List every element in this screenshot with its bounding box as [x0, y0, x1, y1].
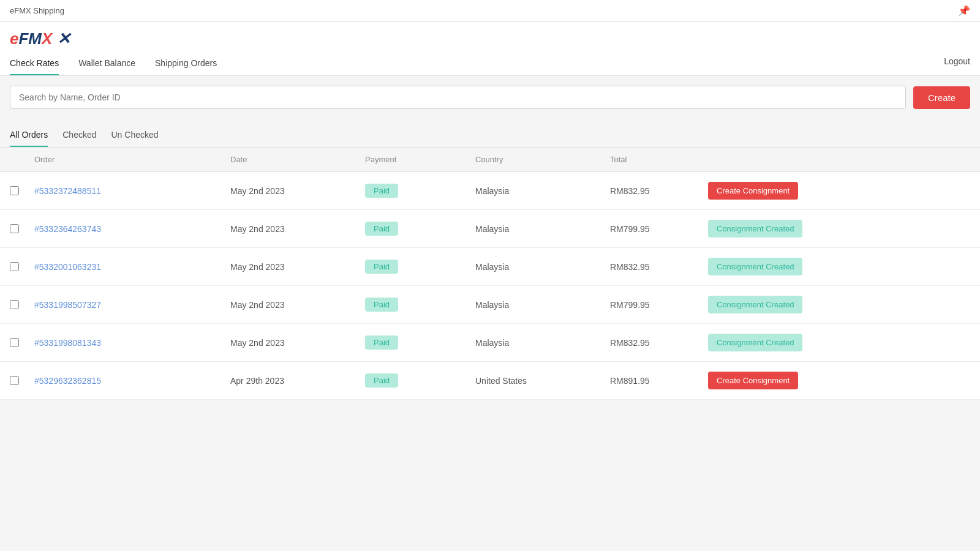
row-country: Malaysia [475, 300, 610, 310]
pin-icon: 📌 [958, 5, 970, 17]
nav-tabs: Check Rates Wallet Balance Shipping Orde… [10, 53, 970, 75]
row-total-text: RM832.95 [610, 338, 650, 348]
row-date: May 2nd 2023 [230, 338, 365, 348]
row-country-text: Malaysia [475, 262, 509, 272]
row-action: Consignment Created [708, 296, 843, 313]
row-total: RM799.95 [610, 300, 708, 310]
consignment-created-button[interactable]: Consignment Created [708, 220, 802, 238]
row-country-text: Malaysia [475, 338, 509, 348]
row-date: May 2nd 2023 [230, 224, 365, 234]
top-bar: eFMX Shipping 📌 [0, 0, 980, 22]
row-total: RM891.95 [610, 376, 708, 386]
table-row: #5331998507327 May 2nd 2023 Paid Malaysi… [0, 286, 980, 324]
tab-wallet-balance[interactable]: Wallet Balance [78, 53, 135, 75]
table-row: #5329632362815 Apr 29th 2023 Paid United… [0, 362, 980, 400]
header-action [708, 155, 843, 164]
logout-button[interactable]: Logout [944, 56, 970, 72]
row-country: Malaysia [475, 338, 610, 348]
row-checkbox-col [10, 300, 34, 309]
row-total-text: RM799.95 [610, 224, 650, 234]
row-checkbox[interactable] [10, 262, 19, 271]
row-total: RM799.95 [610, 224, 708, 234]
row-checkbox[interactable] [10, 376, 19, 385]
row-checkbox-col [10, 338, 34, 347]
row-order: #5329632362815 [34, 376, 230, 386]
header-date: Date [230, 155, 365, 164]
consignment-created-button[interactable]: Consignment Created [708, 334, 802, 351]
consignment-created-button[interactable]: Consignment Created [708, 296, 802, 313]
create-button[interactable]: Create [913, 86, 970, 109]
row-checkbox[interactable] [10, 224, 19, 233]
row-date: Apr 29th 2023 [230, 376, 365, 386]
header-total: Total [610, 155, 708, 164]
table-row: #5332001063231 May 2nd 2023 Paid Malaysi… [0, 248, 980, 286]
row-total: RM832.95 [610, 262, 708, 272]
header: eFMX ✕ Check Rates Wallet Balance Shippi… [0, 22, 980, 76]
logo-text: eFMX ✕ [10, 29, 70, 48]
row-payment: Paid [365, 260, 475, 274]
header-checkbox-col [10, 155, 34, 164]
logo: eFMX ✕ [10, 29, 970, 48]
row-date-text: May 2nd 2023 [230, 338, 285, 348]
row-order: #5332372488511 [34, 186, 230, 196]
order-link[interactable]: #5332001063231 [34, 262, 101, 272]
row-order: #5331998081343 [34, 338, 230, 348]
table-body: #5332372488511 May 2nd 2023 Paid Malaysi… [0, 172, 980, 400]
header-country: Country [475, 155, 610, 164]
filter-checked[interactable]: Checked [62, 126, 96, 147]
consignment-created-button[interactable]: Consignment Created [708, 258, 802, 276]
order-link[interactable]: #5332364263743 [34, 224, 101, 234]
orders-table: Order Date Payment Country Total #533237… [0, 148, 980, 400]
row-order: #5332364263743 [34, 224, 230, 234]
order-link[interactable]: #5331998507327 [34, 300, 101, 310]
row-checkbox-col [10, 186, 34, 195]
row-checkbox[interactable] [10, 300, 19, 309]
table-header: Order Date Payment Country Total [0, 148, 980, 172]
row-total-text: RM832.95 [610, 186, 650, 196]
create-consignment-button[interactable]: Create Consignment [708, 372, 798, 389]
search-input[interactable] [10, 86, 906, 109]
row-country-text: Malaysia [475, 186, 509, 196]
paid-badge: Paid [365, 335, 398, 350]
row-checkbox[interactable] [10, 186, 19, 195]
header-payment: Payment [365, 155, 475, 164]
row-checkbox-col [10, 262, 34, 271]
row-country-text: Malaysia [475, 300, 509, 310]
row-checkbox[interactable] [10, 338, 19, 347]
row-action: Consignment Created [708, 220, 843, 238]
filter-tabs: All Orders Checked Un Checked [0, 119, 980, 148]
tab-shipping-orders[interactable]: Shipping Orders [155, 53, 217, 75]
row-payment: Paid [365, 335, 475, 350]
paid-badge: Paid [365, 373, 398, 388]
row-date-text: May 2nd 2023 [230, 300, 285, 310]
row-payment: Paid [365, 373, 475, 388]
row-action: Create Consignment [708, 372, 843, 389]
row-action: Consignment Created [708, 334, 843, 351]
row-total: RM832.95 [610, 338, 708, 348]
row-date: May 2nd 2023 [230, 262, 365, 272]
row-date: May 2nd 2023 [230, 300, 365, 310]
top-bar-title: eFMX Shipping [10, 6, 64, 15]
row-country: Malaysia [475, 224, 610, 234]
create-consignment-button[interactable]: Create Consignment [708, 182, 798, 200]
paid-badge: Paid [365, 298, 398, 312]
row-checkbox-col [10, 224, 34, 233]
row-date-text: May 2nd 2023 [230, 262, 285, 272]
row-total-text: RM799.95 [610, 300, 650, 310]
tab-check-rates[interactable]: Check Rates [10, 53, 59, 75]
paid-badge: Paid [365, 260, 398, 274]
order-link[interactable]: #5329632362815 [34, 376, 101, 386]
order-link[interactable]: #5332372488511 [34, 186, 101, 196]
row-country: United States [475, 376, 610, 386]
row-country-text: Malaysia [475, 224, 509, 234]
row-country: Malaysia [475, 186, 610, 196]
order-link[interactable]: #5331998081343 [34, 338, 101, 348]
row-payment: Paid [365, 184, 475, 198]
search-bar-section: Create [0, 76, 980, 119]
filter-all-orders[interactable]: All Orders [10, 126, 48, 147]
row-date-text: May 2nd 2023 [230, 186, 285, 196]
row-order: #5331998507327 [34, 300, 230, 310]
row-total-text: RM832.95 [610, 262, 650, 272]
filter-unchecked[interactable]: Un Checked [111, 126, 159, 147]
header-order: Order [34, 155, 230, 164]
